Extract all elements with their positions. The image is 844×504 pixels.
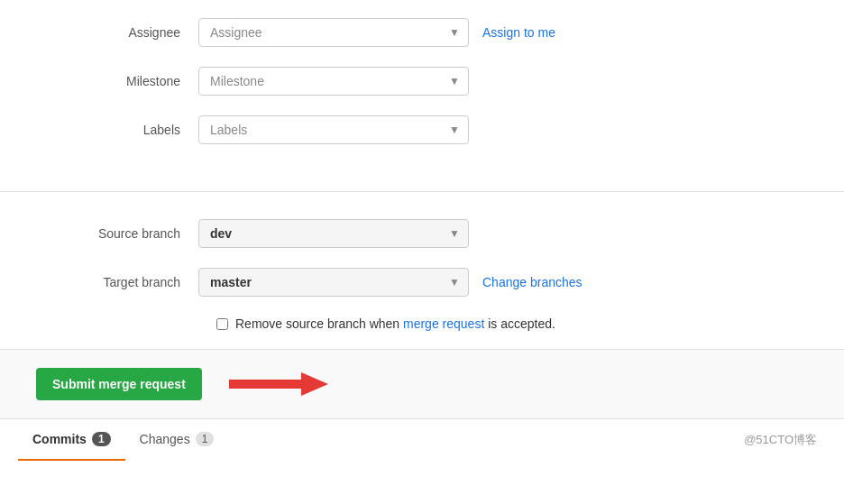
source-branch-select-wrapper: dev ▼ bbox=[198, 219, 469, 248]
submit-section: Submit merge request bbox=[0, 349, 844, 418]
target-branch-label: Target branch bbox=[36, 275, 198, 289]
tabs-left: Commits 1 Changes 1 bbox=[18, 419, 228, 461]
milestone-select[interactable]: Milestone bbox=[198, 67, 469, 96]
branch-section: Source branch dev ▼ Target branch master… bbox=[0, 201, 844, 349]
remove-branch-label: Remove source branch when merge request … bbox=[235, 316, 555, 331]
source-branch-label: Source branch bbox=[36, 226, 198, 241]
labels-row: Labels Labels ▼ bbox=[36, 115, 808, 144]
target-branch-select-wrapper: master ▼ bbox=[198, 268, 469, 297]
labels-select-wrapper: Labels ▼ bbox=[198, 115, 469, 144]
tab-commits-badge: 1 bbox=[92, 432, 111, 446]
labels-label: Labels bbox=[36, 123, 198, 137]
checkbox-label-prefix: Remove source branch when bbox=[235, 316, 403, 331]
merge-request-link[interactable]: merge request bbox=[403, 316, 484, 331]
assignee-label: Assignee bbox=[36, 25, 198, 40]
tab-changes[interactable]: Changes 1 bbox=[125, 419, 229, 461]
remove-branch-row: Remove source branch when merge request … bbox=[216, 316, 808, 331]
assignee-row: Assignee Assignee ▼ Assign to me bbox=[36, 18, 808, 47]
source-branch-select[interactable]: dev bbox=[198, 219, 469, 248]
target-branch-select[interactable]: master bbox=[198, 268, 469, 297]
labels-select[interactable]: Labels bbox=[198, 115, 469, 144]
tab-changes-badge: 1 bbox=[196, 432, 215, 446]
checkbox-label-suffix: is accepted. bbox=[484, 316, 555, 331]
milestone-label: Milestone bbox=[36, 74, 198, 88]
assignee-select[interactable]: Assignee bbox=[198, 18, 469, 47]
target-branch-row: Target branch master ▼ Change branches bbox=[36, 268, 808, 297]
tabs-section: Commits 1 Changes 1 @51CTO博客 bbox=[0, 418, 844, 461]
section-divider bbox=[0, 191, 844, 192]
svg-marker-0 bbox=[229, 372, 328, 396]
change-branches-link[interactable]: Change branches bbox=[482, 275, 583, 289]
assignee-select-wrapper: Assignee ▼ bbox=[198, 18, 469, 47]
source-branch-row: Source branch dev ▼ bbox=[36, 219, 808, 248]
milestone-select-wrapper: Milestone ▼ bbox=[198, 67, 469, 96]
remove-branch-checkbox[interactable] bbox=[216, 318, 228, 330]
milestone-row: Milestone Milestone ▼ bbox=[36, 67, 808, 96]
red-arrow-icon bbox=[220, 371, 328, 398]
assign-to-me-link[interactable]: Assign to me bbox=[482, 25, 555, 40]
watermark: @51CTO博客 bbox=[744, 432, 817, 448]
submit-merge-request-button[interactable]: Submit merge request bbox=[36, 368, 202, 400]
tab-commits-label: Commits bbox=[32, 432, 87, 446]
form-section: Assignee Assignee ▼ Assign to me Milesto… bbox=[0, 0, 844, 182]
tab-commits[interactable]: Commits 1 bbox=[18, 419, 125, 461]
arrow-indicator bbox=[220, 371, 328, 398]
tab-changes-label: Changes bbox=[140, 432, 190, 446]
